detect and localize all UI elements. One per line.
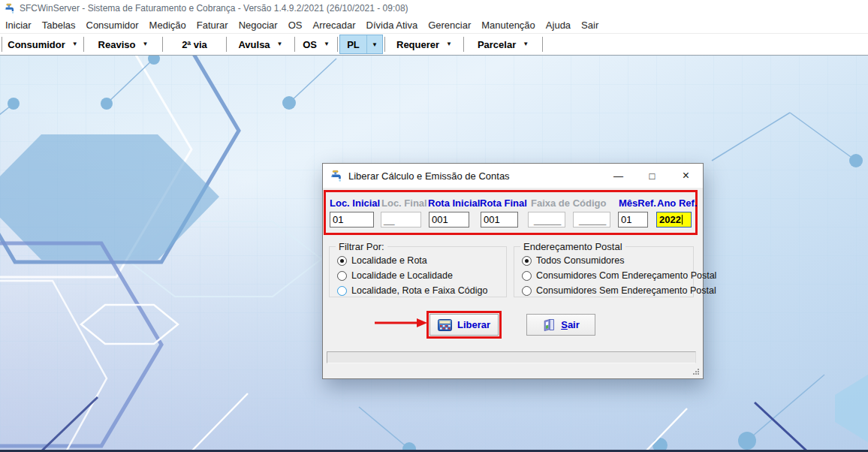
- liberar-button-label: Liberar: [457, 319, 490, 330]
- toolbar-separator: [226, 37, 227, 52]
- toolbar-separator: [294, 37, 295, 52]
- field-label-rota-final: Rota Final: [480, 197, 527, 209]
- dialog-title: Liberar Cálculo e Emissão de Contas: [348, 170, 510, 182]
- menu-item-iniciar[interactable]: Iniciar: [0, 20, 37, 31]
- toolbar-button-pl-active[interactable]: PL ▼: [339, 35, 383, 54]
- menu-item-divida-ativa[interactable]: Dívida Ativa: [361, 20, 423, 31]
- maximize-button[interactable]: □: [635, 164, 669, 188]
- groupbox-filtrar-por: Filtrar Por: Localidade e Rota Localidad…: [329, 246, 507, 297]
- annotation-arrow: [374, 318, 428, 328]
- field-label-loc-inicial: Loc. Inicial: [330, 197, 380, 209]
- chevron-down-icon: ▼: [446, 41, 452, 47]
- menu-item-tabelas[interactable]: Tabelas: [37, 20, 81, 31]
- toolbar-button-consumidor[interactable]: Consumidor ▼: [4, 35, 82, 53]
- dialog-window: Liberar Cálculo e Emissão de Contas — □ …: [322, 163, 704, 379]
- toolbar-button-requerer[interactable]: Requerer ▼: [387, 35, 462, 53]
- input-value: 01: [333, 214, 343, 225]
- groupbox-title: Filtrar Por:: [336, 241, 387, 252]
- field-label-loc-final: Loc. Final: [381, 197, 427, 209]
- exit-door-icon: [542, 318, 556, 332]
- radio-label: Todos Consumidores: [536, 255, 624, 266]
- groupbox-enderecamento-postal: Endereçamento Postal Todos Consumidores …: [514, 246, 694, 297]
- window-title: SFCWinServer - Sistema de Faturamento e …: [20, 3, 408, 14]
- radio-button-icon: [522, 286, 532, 296]
- resize-grip[interactable]: [693, 369, 700, 375]
- menu-item-consumidor[interactable]: Consumidor: [81, 20, 144, 31]
- mes-ref-input[interactable]: 01: [618, 212, 648, 228]
- menu-item-faturar[interactable]: Faturar: [191, 20, 234, 31]
- faucet-icon: [4, 3, 15, 14]
- menu-item-manutencao[interactable]: Manutenção: [476, 20, 541, 31]
- minimize-button[interactable]: —: [601, 164, 635, 188]
- radio-localidade-e-rota[interactable]: Localidade e Rota: [337, 255, 427, 266]
- close-button[interactable]: ×: [669, 164, 703, 188]
- chevron-down-icon: ▼: [142, 41, 148, 47]
- toolbar-button-parcelar[interactable]: Parcelar ▼: [466, 35, 541, 53]
- toolbar-button-label: Reaviso: [98, 39, 136, 50]
- toolbar-button-os[interactable]: OS ▼: [297, 35, 336, 53]
- radio-button-icon: [337, 286, 347, 296]
- toolbar-button-reaviso[interactable]: Reaviso ▼: [86, 35, 161, 53]
- radio-localidade-rota-faixa[interactable]: Localidade, Rota e Faixa Código: [337, 285, 487, 296]
- ano-ref-input[interactable]: 2022: [656, 212, 692, 228]
- calculator-icon: [438, 319, 452, 331]
- menu-item-medicao[interactable]: Medição: [144, 20, 191, 31]
- menu-item-gerenciar[interactable]: Gerenciar: [423, 20, 476, 31]
- rota-inicial-input[interactable]: 001: [429, 212, 469, 228]
- text-caret: [682, 215, 683, 224]
- radio-button-icon: [337, 256, 347, 266]
- radio-todos-consumidores[interactable]: Todos Consumidores: [522, 255, 624, 266]
- toolbar-button-label: Requerer: [396, 39, 439, 50]
- chevron-down-icon: ▼: [523, 41, 529, 47]
- radio-button-icon: [522, 256, 532, 266]
- loc-final-input[interactable]: __: [381, 212, 421, 228]
- toolbar-separator: [2, 37, 2, 52]
- rota-final-input[interactable]: 001: [481, 212, 518, 228]
- menu-item-os[interactable]: OS: [283, 20, 308, 31]
- toolbar-button-label: OS: [303, 39, 317, 50]
- menu-item-ajuda[interactable]: Ajuda: [541, 20, 576, 31]
- radio-label: Localidade e Localidade: [351, 270, 453, 281]
- toolbar-button-label: Avulsa: [238, 39, 270, 50]
- progress-panel: [327, 351, 696, 363]
- sair-button[interactable]: Sair: [526, 314, 595, 336]
- field-label-ano-ref: Ano Ref.: [657, 197, 697, 209]
- toolbar-button-2a-via[interactable]: 2ª via: [164, 35, 225, 53]
- input-value: 001: [432, 214, 448, 225]
- chevron-down-icon: ▼: [72, 41, 78, 47]
- chevron-down-icon[interactable]: ▼: [367, 35, 382, 53]
- field-label-mes-ref: MêsRef.: [619, 197, 656, 209]
- toolbar-separator: [384, 37, 385, 52]
- window-titlebar: SFCWinServer - Sistema de Faturamento e …: [0, 0, 868, 17]
- input-value: 001: [484, 214, 500, 225]
- radio-com-enderecamento[interactable]: Consumidores Com Endereçamento Postal: [522, 270, 716, 281]
- dialog-titlebar[interactable]: Liberar Cálculo e Emissão de Contas — □ …: [323, 164, 703, 188]
- toolbar-button-label: Consumidor: [8, 39, 65, 50]
- window-controls: — □ ×: [601, 164, 703, 188]
- faixa-codigo-to-input[interactable]: _____: [573, 212, 610, 228]
- toolbar-separator: [542, 37, 543, 52]
- dialog-statusbar: [323, 366, 703, 378]
- toolbar-separator: [337, 37, 338, 52]
- chevron-down-icon: ▼: [277, 41, 283, 47]
- field-label-faixa-codigo: Faixa de Código: [531, 197, 606, 209]
- loc-inicial-input[interactable]: 01: [330, 212, 374, 228]
- liberar-button[interactable]: Liberar: [429, 314, 499, 336]
- menu-item-negociar[interactable]: Negociar: [234, 20, 283, 31]
- toolbar-button-label: Parcelar: [478, 39, 516, 50]
- faixa-codigo-from-input[interactable]: _____: [528, 212, 565, 228]
- groupbox-title: Endereçamento Postal: [520, 241, 625, 252]
- toolbar-separator: [162, 37, 163, 52]
- toolbar: Consumidor ▼ Reaviso ▼ 2ª via Avulsa ▼ O…: [0, 33, 868, 56]
- field-label-rota-inicial: Rota Inicial: [428, 197, 480, 209]
- chevron-down-icon: ▼: [324, 41, 330, 47]
- menu-item-arrecadar[interactable]: Arrecadar: [307, 20, 360, 31]
- menu-item-sair[interactable]: Sair: [576, 20, 604, 31]
- radio-localidade-e-localidade[interactable]: Localidade e Localidade: [337, 270, 453, 281]
- toolbar-button-label: 2ª via: [182, 39, 207, 50]
- toolbar-button-avulsa[interactable]: Avulsa ▼: [228, 35, 293, 53]
- radio-button-icon: [522, 271, 532, 281]
- radio-label: Consumidores Com Endereçamento Postal: [536, 270, 716, 281]
- radio-sem-enderecamento[interactable]: Consumidores Sem Endereçamento Postal: [522, 285, 716, 296]
- input-mask: _____: [534, 214, 561, 225]
